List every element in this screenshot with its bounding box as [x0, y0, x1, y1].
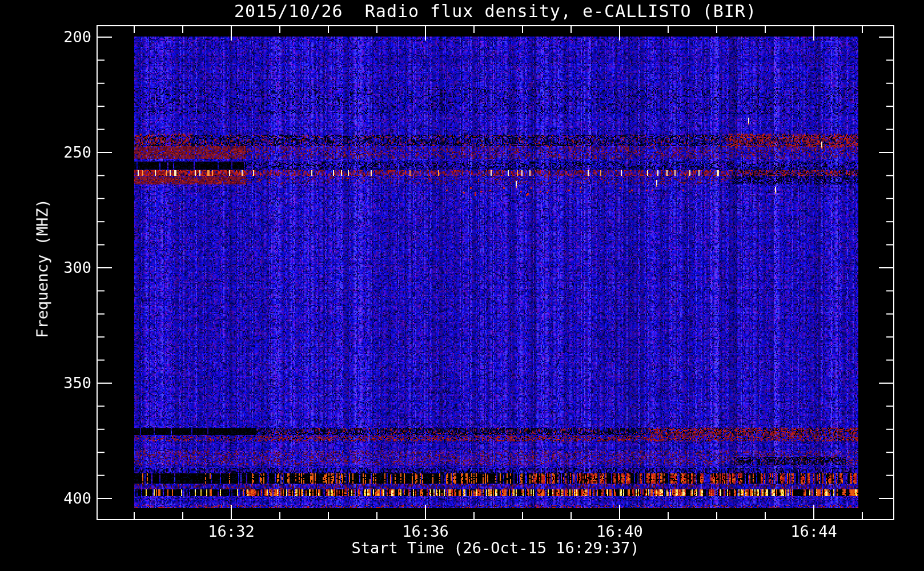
x-tick-label-16-32: 16:32	[186, 522, 277, 540]
y-tick-label-300: 300	[29, 259, 91, 276]
y-tick-label-200: 200	[29, 28, 91, 46]
spectrogram-page: 2015/10/26 Radio flux density, e-CALLIST…	[0, 0, 924, 571]
x-axis-title: Start Time (26-Oct-15 16:29:37)	[97, 539, 894, 557]
axes-frame-canvas	[0, 0, 924, 571]
chart-title: 2015/10/26 Radio flux density, e-CALLIST…	[97, 1, 894, 21]
x-tick-label-16-40: 16:40	[574, 522, 665, 540]
y-tick-label-350: 350	[29, 374, 91, 392]
y-tick-label-400: 400	[29, 489, 91, 507]
x-tick-label-16-36: 16:36	[380, 522, 471, 540]
y-tick-label-250: 250	[29, 143, 91, 161]
x-tick-label-16-44: 16:44	[768, 522, 859, 540]
